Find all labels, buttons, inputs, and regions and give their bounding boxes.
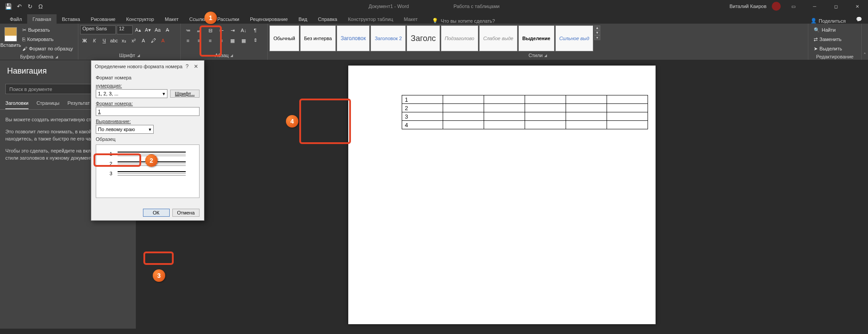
minimize-icon[interactable]: ─ xyxy=(806,0,823,12)
superscript-icon[interactable]: x² xyxy=(129,36,138,45)
style-title[interactable]: Заголс xyxy=(407,25,440,51)
tab-view[interactable]: Вид xyxy=(293,14,313,24)
justify-icon[interactable]: ≡ xyxy=(216,36,227,45)
strike-icon[interactable]: abc xyxy=(110,36,118,45)
clipboard-launcher-icon[interactable]: ◢ xyxy=(55,55,58,59)
style-subtitle[interactable]: Подзаголово xyxy=(441,25,478,51)
styles-more-icon[interactable]: ▾ xyxy=(594,35,600,40)
cut-button[interactable]: ✂Вырезать xyxy=(20,25,75,34)
grow-font-icon[interactable]: A▴ xyxy=(134,25,143,34)
font-button[interactable]: Шрифт... xyxy=(170,90,200,98)
sort-icon[interactable]: A↓ xyxy=(238,25,249,35)
style-subtle-emph[interactable]: Слабое выде xyxy=(479,25,518,51)
multilevel-icon[interactable]: ⊟ xyxy=(205,25,216,35)
style-intense[interactable]: Сильное выд xyxy=(555,25,593,51)
select-button[interactable]: ➤Выделить xyxy=(812,44,844,53)
shading-icon[interactable]: ▦ xyxy=(227,36,238,45)
comments-icon[interactable]: 💬 xyxy=(855,15,864,24)
document-area[interactable]: 1 2 3 4 xyxy=(136,60,868,329)
font-color-icon[interactable]: A xyxy=(159,36,167,45)
styles-launcher-icon[interactable]: ◢ xyxy=(544,54,547,58)
format-input[interactable] xyxy=(96,107,200,116)
tab-design[interactable]: Конструктор xyxy=(121,14,159,24)
ok-button[interactable]: ОК xyxy=(143,209,170,217)
numbering-icon[interactable]: ⅏ xyxy=(194,25,204,35)
style-emphasis[interactable]: Выделение xyxy=(518,25,554,51)
indent-icon[interactable]: ⇥ xyxy=(227,25,238,35)
style-heading1[interactable]: Заголовок xyxy=(337,25,370,51)
copy-button[interactable]: ⎘Копировать xyxy=(20,35,75,44)
dialog-close-icon[interactable]: ✕ xyxy=(192,63,200,70)
search-icon: 🔍 xyxy=(814,27,820,33)
save-icon[interactable]: 💾 xyxy=(4,1,13,11)
align-center-icon[interactable]: ≡ xyxy=(194,36,204,45)
share-icon: 👤 xyxy=(811,18,817,24)
paste-button[interactable]: Вставить xyxy=(2,25,20,48)
align-right-icon[interactable]: ≡ xyxy=(205,36,216,45)
font-launcher-icon[interactable]: ◢ xyxy=(137,54,140,58)
document-table[interactable]: 1 2 3 4 xyxy=(402,95,648,129)
shrink-font-icon[interactable]: A▾ xyxy=(143,25,152,34)
subscript-icon[interactable]: x₂ xyxy=(119,36,128,45)
replace-button[interactable]: ⇄Заменить xyxy=(812,35,844,44)
styles-up-icon[interactable]: ▲ xyxy=(594,25,600,30)
pilcrow-icon[interactable]: ¶ xyxy=(250,25,261,35)
tell-me-input[interactable]: 💡Что вы хотите сделать? xyxy=(432,18,495,24)
tab-file[interactable]: Файл xyxy=(4,14,27,24)
redo-icon[interactable]: ↻ xyxy=(25,1,35,11)
close-icon[interactable]: ✕ xyxy=(848,0,866,12)
collapse-ribbon-icon[interactable]: ˄ xyxy=(862,24,868,60)
tab-insert[interactable]: Вставка xyxy=(57,14,86,24)
tab-layout[interactable]: Макет xyxy=(159,14,184,24)
format-painter-button[interactable]: 🖌Формат по образцу xyxy=(20,44,75,53)
paragraph-launcher-icon[interactable]: ◢ xyxy=(230,54,233,58)
bullets-icon[interactable]: ≔ xyxy=(183,25,193,35)
align-left-icon[interactable]: ≡ xyxy=(183,36,193,45)
tab-table-design[interactable]: Конструктор таблиц xyxy=(342,14,398,24)
tab-help[interactable]: Справка xyxy=(313,14,342,24)
nav-tab-pages[interactable]: Страницы xyxy=(37,100,60,109)
highlight-icon[interactable]: 🖍 xyxy=(149,36,158,45)
numbering-combo[interactable]: 1, 2, 3, ...▾ xyxy=(96,89,167,98)
ribbon-options-icon[interactable]: ▭ xyxy=(784,0,802,12)
tab-table-layout[interactable]: Макет xyxy=(399,14,423,24)
tab-mail[interactable]: Рассылки xyxy=(212,14,245,24)
font-combo[interactable]: Open Sans xyxy=(80,25,116,34)
borders-icon[interactable]: ▦ xyxy=(238,36,249,45)
alignment-combo[interactable]: По левому краю▾ xyxy=(96,125,154,134)
styles-down-icon[interactable]: ▼ xyxy=(594,30,600,35)
copy-icon: ⎘ xyxy=(22,37,25,42)
dialog-help-icon[interactable]: ? xyxy=(183,63,192,70)
style-heading2[interactable]: Заголовок 2 xyxy=(371,25,406,51)
tab-draw[interactable]: Рисование xyxy=(86,14,121,24)
format-label: Формат номера: xyxy=(96,101,200,106)
nav-tab-headings[interactable]: Заголовки xyxy=(5,100,29,109)
change-case-icon[interactable]: Aa xyxy=(153,25,162,34)
clear-format-icon[interactable]: A̶ xyxy=(163,25,172,34)
share-button[interactable]: 👤Поделиться xyxy=(811,18,846,24)
chevron-down-icon: ▾ xyxy=(163,91,165,97)
style-normal[interactable]: Обычный xyxy=(269,25,299,51)
outdent-icon[interactable]: ⇤ xyxy=(216,25,227,35)
dialog-title: Определение нового формата номера xyxy=(95,64,183,69)
italic-icon[interactable]: К xyxy=(90,36,99,45)
avatar[interactable] xyxy=(772,2,781,11)
document-title: Документ1 - Word xyxy=(368,4,409,9)
maximize-icon[interactable]: ◻ xyxy=(827,0,845,12)
undo-icon[interactable]: ↶ xyxy=(14,1,24,11)
line-spacing-icon[interactable]: ⇕ xyxy=(250,35,261,45)
tab-home[interactable]: Главная xyxy=(27,14,57,24)
style-nospacing[interactable]: Без интерва xyxy=(300,25,336,51)
size-combo[interactable]: 12 xyxy=(117,25,133,34)
cancel-button[interactable]: Отмена xyxy=(172,209,200,217)
nav-tab-results[interactable]: Результат xyxy=(68,100,90,109)
omega-icon[interactable]: Ω xyxy=(36,1,45,11)
find-button[interactable]: 🔍Найти xyxy=(812,25,844,34)
sample-label: Образец xyxy=(96,136,200,142)
callout-2: 2 xyxy=(145,154,158,167)
underline-icon[interactable]: Ч xyxy=(100,36,109,45)
tab-review[interactable]: Рецензирование xyxy=(245,14,293,24)
text-effects-icon[interactable]: A xyxy=(139,36,148,45)
bold-icon[interactable]: Ж xyxy=(80,36,89,45)
cursor-icon: ➤ xyxy=(814,46,818,52)
